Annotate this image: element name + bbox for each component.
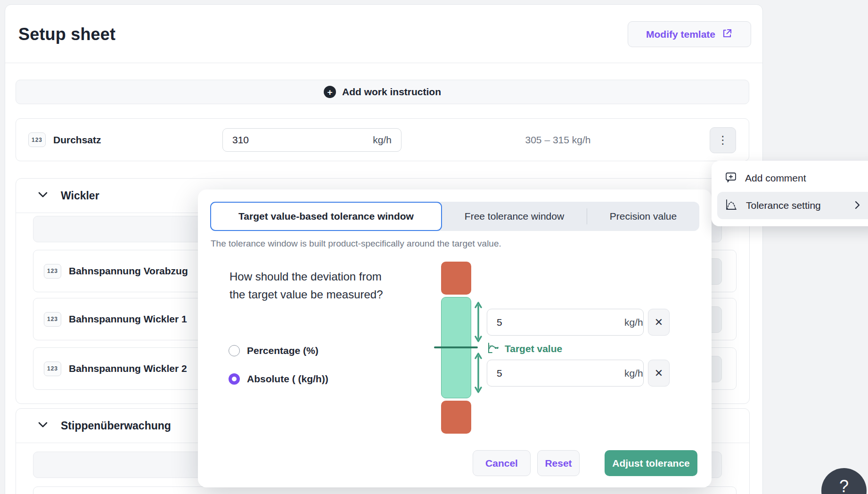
chevron-down-icon xyxy=(36,418,49,433)
numeric-type-badge: 123 xyxy=(44,362,61,376)
external-link-icon xyxy=(721,28,733,41)
plus-circle-icon: + xyxy=(324,86,336,98)
question-mark-icon: ? xyxy=(839,477,849,494)
numeric-type-badge: 123 xyxy=(44,264,61,279)
chevron-down-icon xyxy=(36,188,49,203)
adjust-tolerance-button[interactable]: Adjust tolerance xyxy=(605,450,697,476)
target-curve-icon xyxy=(487,342,500,356)
menu-item-label: Add comment xyxy=(745,173,806,184)
parameter-label: Bahnspannung Wickler 1 xyxy=(69,313,187,325)
clear-lower-tolerance-button[interactable]: ✕ xyxy=(648,360,670,387)
menu-item-label: Tolerance setting xyxy=(746,200,821,211)
double-arrow-icon xyxy=(473,352,483,394)
page-title: Setup sheet xyxy=(18,25,115,44)
upper-tolerance-unit: kg/h xyxy=(624,317,643,328)
double-arrow-icon xyxy=(473,301,483,343)
out-of-tolerance-upper-block xyxy=(441,262,471,295)
numeric-type-badge: 123 xyxy=(44,312,61,327)
radio-off-icon[interactable] xyxy=(229,345,240,356)
add-work-instruction-button[interactable]: + Add work instruction xyxy=(16,80,749,104)
tolerance-mode-tabs: Target value-based tolerance window Free… xyxy=(210,202,699,231)
numeric-type-badge: 123 xyxy=(28,132,46,147)
parameter-label: Durchsatz xyxy=(53,134,101,146)
target-value-line xyxy=(434,346,478,348)
reset-button[interactable]: Reset xyxy=(537,450,580,476)
lower-tolerance-input[interactable] xyxy=(497,368,624,379)
radio-percentage[interactable]: Percentage (%) xyxy=(229,345,319,356)
row-menu-button[interactable]: ⋮ xyxy=(710,127,736,153)
clear-upper-tolerance-button[interactable]: ✕ xyxy=(648,309,670,336)
radio-percentage-label: Percentage (%) xyxy=(247,345,319,356)
modify-template-label: Modify temlate xyxy=(646,29,715,40)
modify-template-button[interactable]: Modify temlate xyxy=(628,21,751,47)
radio-on-icon[interactable] xyxy=(229,373,240,385)
parameter-row-durchsatz: 123 Durchsatz kg/h 305 – 315 kg/h ⋮ xyxy=(16,118,749,161)
lower-tolerance-unit: kg/h xyxy=(624,368,643,379)
tolerance-dialog: Target value-based tolerance window Free… xyxy=(198,189,712,487)
dialog-description: The tolerance window is built product-sp… xyxy=(211,239,501,249)
menu-item-add-comment[interactable]: Add comment xyxy=(712,166,868,190)
close-icon: ✕ xyxy=(655,316,663,329)
upper-tolerance-input[interactable] xyxy=(497,317,624,328)
out-of-tolerance-lower-block xyxy=(441,401,471,434)
section-title: Stippenüberwachung xyxy=(61,420,171,432)
radio-absolute[interactable]: Absolute ( (kg/h)) xyxy=(229,373,328,385)
tab-precision-value[interactable]: Precision value xyxy=(587,202,699,231)
tab-free-tolerance-window[interactable]: Free tolerance window xyxy=(442,202,587,231)
tolerance-curve-icon xyxy=(725,198,738,213)
cancel-button[interactable]: Cancel xyxy=(473,450,531,476)
chevron-right-icon xyxy=(852,200,862,212)
menu-item-tolerance-setting[interactable]: Tolerance setting xyxy=(717,192,868,219)
help-button[interactable]: ? xyxy=(821,468,867,494)
kebab-menu-icon: ⋮ xyxy=(718,134,729,147)
setup-sheet-header: Setup sheet Modify temlate xyxy=(5,5,762,63)
parameter-label: Bahnspannung Wickler 2 xyxy=(69,363,187,374)
page: Setup sheet Modify temlate + Add work in… xyxy=(0,0,868,494)
parameter-row-partial[interactable] xyxy=(33,486,737,494)
tolerance-range-text: 305 – 315 kg/h xyxy=(459,119,657,161)
section-title: Wickler xyxy=(61,189,99,202)
parameter-unit: kg/h xyxy=(373,134,392,146)
close-icon: ✕ xyxy=(655,367,663,379)
row-context-menu: Add comment Tolerance setting xyxy=(712,161,868,226)
radio-absolute-label: Absolute ( (kg/h)) xyxy=(247,373,328,385)
tab-target-value-based[interactable]: Target value-based tolerance window xyxy=(210,202,442,231)
target-value-label: Target value xyxy=(487,342,562,356)
deviation-question: How should the deviation from the target… xyxy=(229,268,395,304)
parameter-label: Bahnspannung Vorabzug xyxy=(69,265,188,277)
add-work-instruction-label: Add work instruction xyxy=(342,86,441,98)
upper-tolerance-field[interactable]: kg/h xyxy=(487,309,644,336)
comment-plus-icon xyxy=(725,171,737,185)
parameter-value-field[interactable]: kg/h xyxy=(222,128,401,152)
parameter-value-input[interactable] xyxy=(232,134,373,146)
lower-tolerance-field[interactable]: kg/h xyxy=(487,360,644,387)
